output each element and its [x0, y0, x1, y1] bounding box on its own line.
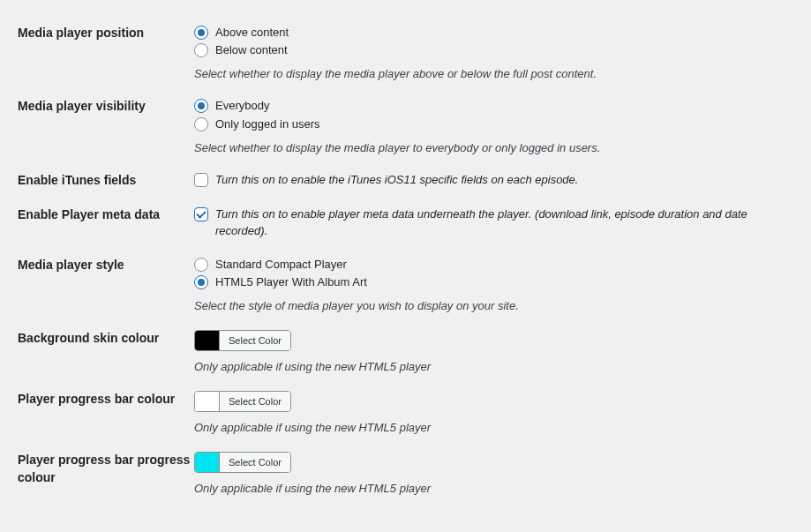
radio-option-above-content[interactable]: Above content: [194, 25, 793, 41]
help-progress-bar-colour: Only applicable if using the new HTML5 p…: [194, 421, 793, 434]
field-progress-bar-progress-colour: Player progress bar progress colour Sele…: [18, 436, 793, 497]
color-swatch-background-skin[interactable]: [195, 331, 220, 350]
radio-label-above-content: Above content: [215, 25, 289, 41]
field-enable-player-meta: Enable Player meta data Turn this on to …: [18, 191, 793, 240]
radio-everybody[interactable]: [194, 99, 208, 113]
checkbox-label-enable-player-meta: Turn this on to enable player meta data …: [215, 206, 793, 238]
label-enable-itunes: Enable iTunes fields: [18, 172, 194, 190]
label-media-player-position: Media player position: [18, 25, 194, 42]
radio-logged-in[interactable]: [194, 117, 208, 131]
description-media-player-style: Select the style of media player you wis…: [194, 299, 793, 312]
radio-html5-player[interactable]: [194, 275, 208, 289]
field-media-player-position: Media player position Above content Belo…: [18, 9, 793, 82]
checkbox-option-enable-player-meta[interactable]: Turn this on to enable player meta data …: [194, 206, 793, 238]
checkbox-enable-itunes[interactable]: [194, 173, 208, 187]
help-background-skin-colour: Only applicable if using the new HTML5 p…: [194, 360, 793, 373]
radio-below-content[interactable]: [194, 43, 208, 57]
field-media-player-style: Media player style Standard Compact Play…: [18, 241, 793, 314]
radio-above-content[interactable]: [194, 26, 208, 40]
radio-label-html5-player: HTML5 Player With Album Art: [215, 274, 367, 290]
label-background-skin-colour: Background skin colour: [18, 330, 194, 348]
radio-standard-player[interactable]: [194, 258, 208, 272]
label-enable-player-meta: Enable Player meta data: [18, 206, 194, 224]
field-progress-bar-colour: Player progress bar colour Select Color …: [18, 375, 793, 436]
color-picker-progress-bar[interactable]: Select Color: [194, 391, 291, 412]
description-media-player-position: Select whether to display the media play…: [194, 67, 793, 80]
field-media-player-visibility: Media player visibility Everybody Only l…: [18, 82, 793, 155]
radio-option-standard-player[interactable]: Standard Compact Player: [194, 257, 793, 273]
select-color-button-progress-bar[interactable]: Select Color: [220, 392, 290, 411]
field-enable-itunes: Enable iTunes fields Turn this on to ena…: [18, 156, 793, 191]
radio-option-html5-player[interactable]: HTML5 Player With Album Art: [194, 274, 793, 290]
color-picker-background-skin[interactable]: Select Color: [194, 330, 291, 351]
select-color-button-progress-bar-progress[interactable]: Select Color: [220, 453, 290, 472]
checkbox-label-enable-itunes: Turn this on to enable the iTunes iOS11 …: [215, 172, 578, 188]
checkbox-option-enable-itunes[interactable]: Turn this on to enable the iTunes iOS11 …: [194, 172, 793, 188]
radio-option-everybody[interactable]: Everybody: [194, 98, 793, 114]
radio-label-everybody: Everybody: [215, 98, 269, 114]
label-media-player-style: Media player style: [18, 257, 194, 274]
checkbox-enable-player-meta[interactable]: [194, 207, 208, 221]
radio-label-below-content: Below content: [215, 42, 288, 58]
radio-label-standard-player: Standard Compact Player: [215, 257, 347, 273]
select-color-button-background-skin[interactable]: Select Color: [220, 331, 290, 350]
radio-label-logged-in: Only logged in users: [215, 116, 320, 132]
radio-option-below-content[interactable]: Below content: [194, 42, 793, 58]
label-media-player-visibility: Media player visibility: [18, 98, 194, 116]
color-swatch-progress-bar[interactable]: [195, 392, 220, 411]
radio-option-logged-in[interactable]: Only logged in users: [194, 116, 793, 132]
help-progress-bar-progress-colour: Only applicable if using the new HTML5 p…: [194, 482, 793, 495]
color-picker-progress-bar-progress[interactable]: Select Color: [194, 452, 291, 473]
field-background-skin-colour: Background skin colour Select Color Only…: [18, 314, 793, 375]
color-swatch-progress-bar-progress[interactable]: [195, 453, 220, 472]
label-progress-bar-colour: Player progress bar colour: [18, 391, 194, 408]
description-media-player-visibility: Select whether to display the media play…: [194, 141, 793, 154]
label-progress-bar-progress-colour: Player progress bar progress colour: [18, 452, 194, 486]
